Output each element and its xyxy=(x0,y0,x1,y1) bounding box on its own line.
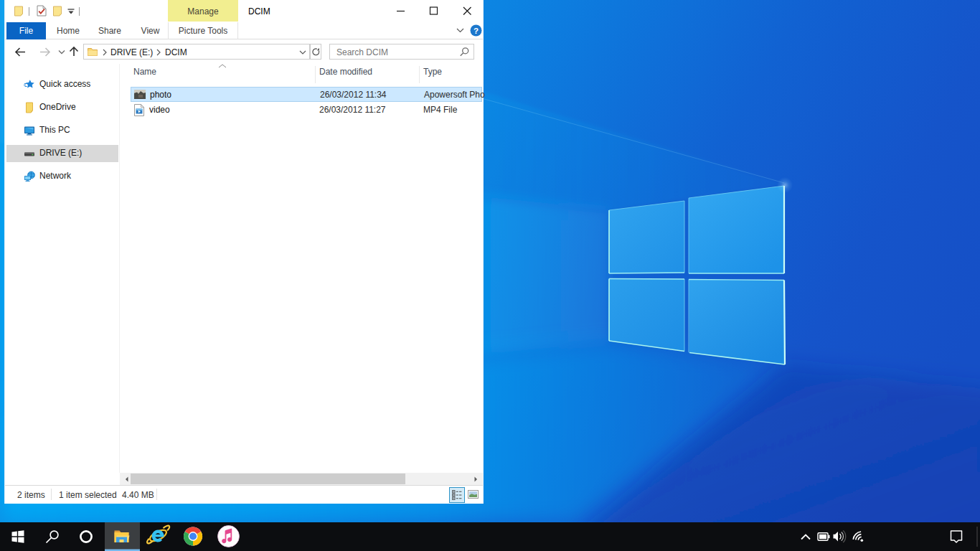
svg-text:?: ? xyxy=(473,27,479,35)
